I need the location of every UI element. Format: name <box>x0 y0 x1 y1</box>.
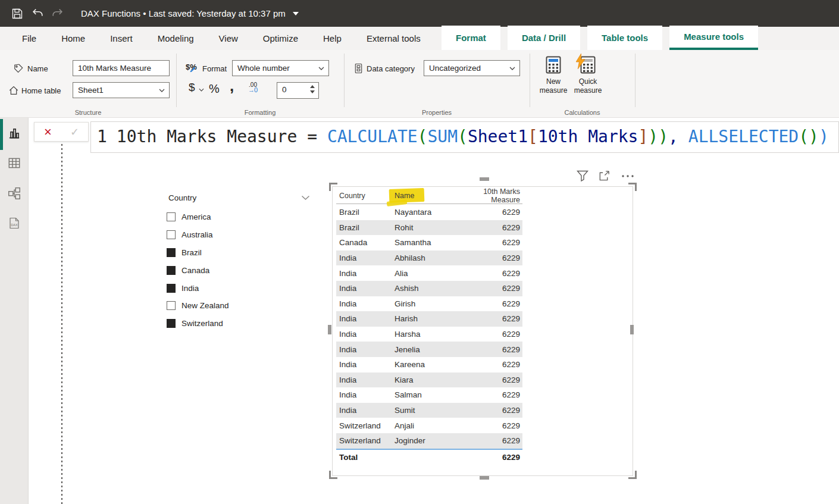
view-sidebar: DAX <box>0 118 29 504</box>
checkbox-brazil[interactable] <box>167 248 176 257</box>
ribbon-separator <box>344 54 345 107</box>
menu-tab-optimize[interactable]: Optimize <box>251 27 311 50</box>
formula-token: CALCULATE <box>327 127 418 146</box>
column-header-10th-marks-measure[interactable]: 10th Marks Measure <box>456 187 522 204</box>
file-title[interactable]: DAX Functions • Last saved: Yesterday at… <box>81 8 299 18</box>
home-table-select[interactable]: Sheet1 <box>73 82 170 98</box>
data-category-value: Uncategorized <box>429 64 481 73</box>
svg-text:DAX: DAX <box>11 223 18 227</box>
title-dropdown-caret-icon[interactable] <box>293 12 299 15</box>
selection-handle-top[interactable] <box>480 177 489 181</box>
formula-token: ) <box>648 127 658 146</box>
measure-name-input[interactable] <box>73 60 170 76</box>
column-header-name[interactable]: Name <box>395 192 456 200</box>
slicer-item-label: America <box>181 212 211 221</box>
slicer-item-switzerland[interactable]: Switzerland <box>167 315 229 333</box>
formula-token: , <box>668 127 688 146</box>
menu-tab-table-tools[interactable]: Table tools <box>587 26 662 50</box>
column-header-label: 10th Marks Measure <box>483 187 520 204</box>
selection-handle-top-right[interactable] <box>628 183 637 191</box>
formula-input[interactable]: 110th Marks Measure = CALCULATE(SUM(Shee… <box>90 121 839 153</box>
new-measure-button[interactable]: New measure <box>535 56 572 95</box>
new-measure-icon <box>546 56 561 74</box>
table-cell: India <box>336 375 395 384</box>
selection-handle-left[interactable] <box>328 325 331 334</box>
quick-measure-icon <box>580 56 596 74</box>
menu-tab-format[interactable]: Format <box>442 26 500 50</box>
model-view-icon[interactable] <box>7 186 21 201</box>
table-cell: Rohit <box>395 223 456 232</box>
quick-measure-button[interactable]: Quick measure <box>569 56 606 95</box>
slicer-item-label: Australia <box>181 230 213 239</box>
slicer-item-india[interactable]: India <box>167 279 229 297</box>
menu-tab-external-tools[interactable]: External tools <box>354 27 433 50</box>
selection-handle-bottom-right[interactable] <box>628 471 637 479</box>
table-row: IndiaKareena6229 <box>336 357 522 372</box>
checkbox-switzerland[interactable] <box>167 319 176 328</box>
home-table-value: Sheet1 <box>78 86 104 95</box>
checkbox-new-zealand[interactable] <box>167 301 176 310</box>
selection-handle-bottom-left[interactable] <box>329 471 337 479</box>
slicer-item-brazil[interactable]: Brazil <box>167 244 229 262</box>
slicer-item-australia[interactable]: Australia <box>167 226 229 244</box>
spinner-arrows[interactable] <box>310 85 315 93</box>
table-row: IndiaAbhilash6229 <box>336 251 522 266</box>
table-header-row: CountryName10th Marks Measure <box>336 187 522 204</box>
percent-format-icon[interactable]: % <box>209 82 220 96</box>
table-cell: India <box>336 330 395 339</box>
formula-token: ALLSELECTED <box>688 127 799 146</box>
slicer-header: Country <box>168 193 196 202</box>
save-icon[interactable] <box>7 4 27 24</box>
data-category-select[interactable]: Uncategorized <box>424 60 520 76</box>
filter-icon[interactable] <box>576 169 589 182</box>
currency-chevron-down-icon[interactable] <box>199 88 204 92</box>
more-options-icon[interactable] <box>621 174 634 178</box>
slicer-item-canada[interactable]: Canada <box>167 261 229 279</box>
column-header-country[interactable]: Country <box>336 192 395 200</box>
menu-tab-modeling[interactable]: Modeling <box>145 27 206 50</box>
checkbox-india[interactable] <box>167 284 176 293</box>
thousands-separator-icon[interactable]: , <box>230 80 234 92</box>
slicer-chevron-down-icon[interactable] <box>301 195 310 201</box>
table-cell: 6229 <box>456 269 522 278</box>
checkbox-australia[interactable] <box>167 230 176 239</box>
dax-query-view-icon[interactable]: DAX <box>7 216 21 230</box>
slicer-item-new-zealand[interactable]: New Zealand <box>167 297 229 315</box>
decimal-places-icon[interactable]: .00 →0 <box>242 82 257 93</box>
table-cell: Ashish <box>395 284 456 293</box>
table-cell: 6229 <box>456 390 522 399</box>
currency-format-icon[interactable]: $ <box>189 81 195 94</box>
commit-formula-button[interactable]: ✓ <box>61 123 88 141</box>
undo-icon[interactable] <box>27 4 48 24</box>
checkbox-canada[interactable] <box>167 266 176 275</box>
menu-tab-measure-tools[interactable]: Measure tools <box>669 26 758 50</box>
slicer-item-label: Switzerland <box>181 319 223 328</box>
quick-measure-label: Quick measure <box>569 77 606 95</box>
selection-handle-right[interactable] <box>630 325 634 334</box>
table-cell: Switzerland <box>336 436 395 445</box>
formula-bar: × ✓ 110th Marks Measure = CALCULATE(SUM(… <box>29 118 839 156</box>
table-cell: 6229 <box>456 223 522 232</box>
home-table-label: Home table <box>21 86 61 95</box>
slicer-item-america[interactable]: America <box>167 208 229 226</box>
format-select[interactable]: Whole number <box>232 60 329 76</box>
checkbox-america[interactable] <box>167 212 176 221</box>
decimal-places-input[interactable]: 0 <box>277 82 319 99</box>
menu-tab-view[interactable]: View <box>206 27 251 50</box>
report-canvas[interactable]: Country AmericaAustraliaBrazilCanadaIndi… <box>29 156 839 504</box>
table-cell: 6229 <box>456 436 522 445</box>
ribbon: Name Home table Sheet1 Structure $% Form… <box>0 50 839 118</box>
formula-token: ) <box>809 127 819 146</box>
table-view-icon[interactable] <box>7 156 21 170</box>
menu-tab-help[interactable]: Help <box>311 27 354 50</box>
name-label: Name <box>27 64 48 73</box>
report-view-icon[interactable] <box>7 126 21 140</box>
table-cell: Girish <box>395 299 456 308</box>
focus-mode-icon[interactable] <box>598 170 611 182</box>
menu-tab-home[interactable]: Home <box>49 27 98 50</box>
menu-tab-insert[interactable]: Insert <box>98 27 145 50</box>
selection-handle-bottom[interactable] <box>480 476 489 480</box>
menu-tab-file[interactable]: File <box>10 27 49 50</box>
menu-tab-data-drill[interactable]: Data / Drill <box>508 26 580 50</box>
cancel-formula-button[interactable]: × <box>35 123 61 141</box>
